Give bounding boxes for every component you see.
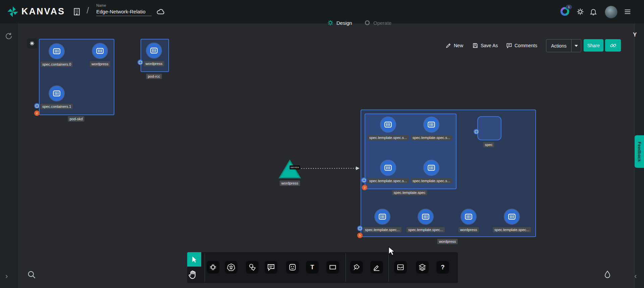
node-template-spec-3[interactable] bbox=[381, 160, 395, 175]
shapes-icon bbox=[248, 263, 256, 271]
group-label-pod-skd: pod-skd bbox=[68, 116, 84, 122]
layers-tool[interactable] bbox=[416, 261, 429, 274]
y-logo-icon[interactable]: Y bbox=[633, 31, 637, 38]
expand-left-panel-chevron[interactable]: › bbox=[5, 273, 8, 280]
text-tool[interactable]: T bbox=[306, 261, 319, 274]
container-icon bbox=[384, 120, 392, 129]
node-container-0[interactable] bbox=[49, 44, 64, 59]
select-cursor-tool[interactable] bbox=[187, 252, 201, 267]
group-count-badge[interactable]: 2 bbox=[34, 111, 40, 116]
comment-bubble-icon bbox=[267, 263, 275, 271]
group-component-badge[interactable] bbox=[361, 177, 367, 183]
pen-tool[interactable] bbox=[350, 261, 363, 274]
container-icon bbox=[150, 46, 158, 55]
group-count-badge[interactable]: 5 bbox=[357, 233, 363, 238]
share-button[interactable]: Share bbox=[584, 39, 603, 52]
circuit-icon bbox=[209, 263, 217, 271]
comments-label: Comments bbox=[515, 43, 537, 48]
dock-divider bbox=[345, 253, 346, 282]
node-wordpress-2[interactable] bbox=[461, 209, 476, 224]
new-button[interactable]: New bbox=[445, 43, 463, 49]
node-label: spec.template.spec.s... bbox=[411, 135, 452, 140]
save-as-button[interactable]: Save As bbox=[472, 43, 498, 49]
node-label: spec.template.spec... bbox=[407, 227, 445, 232]
group-label-pod-rcc: pod-rcc bbox=[146, 74, 162, 79]
rectangle-tool[interactable] bbox=[326, 261, 339, 274]
design-name-input[interactable] bbox=[96, 9, 152, 16]
group-component-badge[interactable] bbox=[34, 103, 40, 109]
node-template-spec-2[interactable] bbox=[424, 117, 439, 132]
comment-tool[interactable] bbox=[265, 261, 277, 274]
components-tool[interactable] bbox=[207, 261, 219, 274]
sticker-icon bbox=[288, 263, 297, 271]
node-label: wordpress bbox=[90, 61, 110, 67]
help-tool[interactable]: ? bbox=[436, 261, 449, 274]
copy-link-button[interactable] bbox=[605, 39, 621, 52]
node-wordpress-rcc[interactable] bbox=[147, 43, 161, 58]
sync-icon[interactable] bbox=[5, 32, 13, 40]
drawer-tool[interactable] bbox=[394, 261, 407, 274]
tab-operate[interactable]: Operate bbox=[364, 18, 391, 28]
new-pencil-icon bbox=[445, 43, 451, 49]
feedback-tab[interactable]: Feedback bbox=[635, 135, 644, 168]
group-component-badge[interactable] bbox=[474, 129, 479, 134]
node-spec[interactable] bbox=[477, 116, 501, 140]
operate-icon bbox=[364, 19, 371, 26]
tab-design[interactable]: Design bbox=[327, 18, 352, 28]
comments-button[interactable]: Comments bbox=[506, 43, 537, 49]
mouse-cursor bbox=[388, 246, 396, 256]
node-label: wordpress bbox=[459, 227, 479, 232]
kubernetes-icon bbox=[227, 263, 235, 271]
zoom-search-icon[interactable] bbox=[27, 270, 36, 279]
kanvas-app: KANVAS / Name Design Operate 1 › Y ‹ Fee… bbox=[0, 0, 644, 288]
group-count-badge[interactable]: 3 bbox=[362, 185, 367, 190]
pod-glyph-icon bbox=[139, 61, 142, 64]
node-template-spec-6[interactable] bbox=[418, 209, 433, 224]
node-container-1[interactable] bbox=[49, 86, 64, 101]
save-as-label: Save As bbox=[481, 43, 498, 48]
cursor-icon bbox=[191, 256, 198, 263]
container-icon bbox=[507, 212, 516, 221]
actions-label: Actions bbox=[546, 43, 571, 49]
pan-hand-tool[interactable] bbox=[188, 270, 198, 280]
node-wordpress-1[interactable] bbox=[93, 44, 107, 58]
group-component-badge[interactable] bbox=[138, 60, 143, 65]
pencil-tool[interactable] bbox=[370, 261, 383, 274]
rectangle-icon bbox=[329, 263, 337, 271]
actions-caret-icon[interactable] bbox=[575, 45, 578, 47]
node-template-spec-5[interactable] bbox=[375, 209, 390, 224]
container-icon bbox=[52, 89, 61, 98]
tab-operate-label: Operate bbox=[373, 20, 391, 26]
node-template-spec-1[interactable] bbox=[381, 117, 395, 132]
ink-drop-icon[interactable] bbox=[603, 270, 612, 279]
group-annotation-button[interactable] bbox=[27, 38, 37, 49]
actions-button[interactable]: Actions bbox=[546, 39, 581, 52]
container-icon bbox=[464, 212, 473, 221]
hamburger-menu-icon[interactable] bbox=[623, 8, 632, 15]
node-label: spec.template.spec.s... bbox=[368, 135, 409, 140]
user-avatar[interactable] bbox=[605, 6, 618, 18]
node-label: spec.containers.0 bbox=[41, 62, 73, 67]
node-template-spec-7[interactable] bbox=[504, 209, 519, 224]
tab-design-label: Design bbox=[336, 20, 352, 26]
shapes-tool[interactable] bbox=[246, 261, 259, 274]
group-component-badge[interactable] bbox=[357, 226, 363, 231]
pencil-icon bbox=[373, 263, 381, 271]
collapse-right-panel-chevron[interactable]: ‹ bbox=[634, 273, 637, 280]
getting-started-progress[interactable]: 1 bbox=[560, 7, 569, 16]
kanvas-logo-icon[interactable] bbox=[7, 6, 19, 18]
container-icon bbox=[427, 120, 436, 129]
edge-wordpress-service[interactable] bbox=[297, 165, 362, 172]
sticker-tool[interactable] bbox=[286, 261, 299, 274]
node-label: spec bbox=[483, 142, 494, 147]
edge-label: service bbox=[289, 165, 300, 169]
settings-gear-icon[interactable] bbox=[576, 8, 584, 16]
node-label-service: wordpress bbox=[280, 181, 300, 186]
notifications-bell-icon[interactable] bbox=[589, 8, 597, 16]
organization-icon[interactable] bbox=[72, 7, 81, 16]
left-rail: › bbox=[0, 23, 19, 288]
node-template-spec-4[interactable] bbox=[424, 160, 439, 175]
app-header: KANVAS / Name Design Operate 1 bbox=[0, 0, 644, 23]
kubernetes-tool[interactable] bbox=[225, 261, 237, 274]
drawer-icon bbox=[396, 263, 405, 271]
